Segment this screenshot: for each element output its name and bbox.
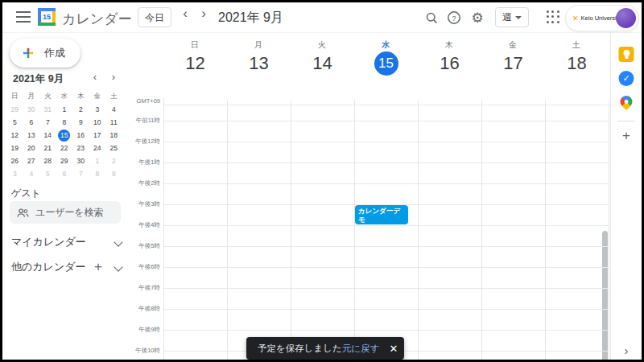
get-addons-plus-icon[interactable]: +	[622, 128, 630, 144]
mini-calendar-day[interactable]: 7	[39, 116, 56, 129]
mini-calendar-day[interactable]: 22	[56, 142, 73, 154]
google-calendar-window: 15 カレンダー 今日 ‹ › 2021年 9月 ? ⚙ 週 ✕	[2, 2, 642, 360]
vertical-scrollbar[interactable]	[602, 231, 608, 360]
hour-gridline	[163, 309, 609, 310]
close-icon[interactable]: ✕	[389, 343, 398, 355]
mini-calendar-day[interactable]: 10	[89, 116, 106, 129]
mini-calendar-day[interactable]: 7	[72, 167, 89, 180]
today-button[interactable]: 今日	[138, 7, 171, 27]
mini-calendar-day[interactable]: 9	[105, 167, 122, 180]
mini-calendar-day[interactable]: 6	[56, 167, 73, 180]
day-header[interactable]: 木16	[418, 35, 481, 78]
mini-calendar-next-icon[interactable]: ›	[107, 71, 120, 83]
mini-calendar-day[interactable]: 3	[6, 167, 23, 180]
help-icon[interactable]: ?	[446, 10, 462, 26]
mini-calendar-day[interactable]: 9	[72, 116, 89, 129]
mini-calendar-weekday: 金	[89, 90, 106, 103]
mini-calendar-day[interactable]: 26	[6, 154, 23, 167]
mini-calendar-weekday: 水	[56, 90, 73, 103]
mini-calendar-day[interactable]: 19	[6, 142, 23, 154]
day-of-week-label: 日	[163, 39, 227, 51]
mini-calendar-day[interactable]: 4	[23, 167, 40, 180]
mini-calendar-day[interactable]: 5	[39, 167, 56, 180]
avatar[interactable]	[616, 8, 636, 28]
mini-calendar-day[interactable]: 29	[6, 103, 23, 116]
google-apps-icon[interactable]	[547, 10, 559, 23]
right-side-panel: ✓ + ›	[610, 32, 642, 360]
maps-icon[interactable]	[621, 96, 633, 108]
calendar-logo-icon[interactable]: 15	[38, 8, 56, 26]
hour-gridline	[163, 288, 609, 289]
day-of-week-label: 木	[418, 39, 481, 51]
search-icon[interactable]	[423, 10, 440, 26]
my-calendars-row[interactable]: マイカレンダー	[11, 235, 122, 249]
panel-divider	[617, 121, 635, 121]
chevron-down-icon[interactable]	[114, 262, 122, 271]
mini-calendar-day[interactable]: 18	[105, 129, 122, 142]
expand-panel-chevron-icon[interactable]: ›	[625, 343, 629, 357]
day-header[interactable]: 金17	[481, 35, 545, 78]
mini-calendar-day[interactable]: 6	[23, 116, 40, 129]
mini-calendar-day[interactable]: 14	[39, 129, 56, 142]
mini-calendar-day[interactable]: 12	[6, 129, 23, 142]
day-header[interactable]: 水15	[354, 35, 418, 78]
other-calendars-row[interactable]: 他のカレンダー +	[11, 260, 122, 274]
mini-calendar-day[interactable]: 27	[23, 154, 40, 167]
mini-calendar-day[interactable]: 8	[56, 116, 73, 129]
mini-calendar-day[interactable]: 1	[56, 103, 73, 116]
tasks-icon[interactable]: ✓	[619, 71, 634, 86]
day-header[interactable]: 土18	[545, 35, 609, 78]
day-header[interactable]: 日12	[163, 35, 227, 78]
event-time: 午後3時〜4時	[358, 224, 405, 224]
mini-calendar-day[interactable]: 29	[56, 154, 73, 167]
day-header[interactable]: 火14	[291, 35, 354, 78]
day-number: 13	[227, 51, 291, 76]
settings-gear-icon[interactable]: ⚙	[469, 10, 485, 26]
calendar-event[interactable]: カレンダーデモ午後3時〜4時	[355, 205, 408, 224]
day-number: 15	[374, 51, 398, 76]
chevron-down-icon	[515, 16, 522, 19]
mini-calendar-day[interactable]: 17	[89, 129, 106, 142]
next-week-button[interactable]: ›	[196, 6, 211, 22]
view-selector-dropdown[interactable]: 週	[495, 7, 529, 27]
mini-calendar-day[interactable]: 1	[89, 154, 106, 167]
mini-calendar-day[interactable]: 13	[23, 129, 40, 142]
mini-calendar-day[interactable]: 24	[89, 142, 106, 154]
user-search-input[interactable]: ユーザーを検索	[10, 201, 121, 224]
mini-calendar-day[interactable]: 31	[39, 103, 56, 116]
mini-calendar-day[interactable]: 21	[39, 142, 56, 154]
mini-calendar-day[interactable]: 30	[23, 103, 40, 116]
main-menu-icon[interactable]	[16, 11, 31, 23]
mini-calendar-day[interactable]: 25	[105, 142, 122, 154]
add-calendar-plus-icon[interactable]: +	[94, 262, 102, 272]
mini-calendar-day[interactable]: 11	[105, 116, 122, 129]
day-column-line	[418, 101, 419, 360]
mini-calendar-prev-icon[interactable]: ‹	[89, 71, 101, 83]
mini-calendar-day[interactable]: 3	[89, 103, 106, 116]
mini-calendar-day[interactable]: 23	[72, 142, 89, 154]
prev-week-button[interactable]: ‹	[178, 6, 192, 22]
hour-gridline	[163, 246, 609, 247]
mini-calendar-day[interactable]: 2	[105, 154, 122, 167]
keep-icon[interactable]	[619, 47, 634, 62]
mini-calendar-day[interactable]: 8	[89, 167, 106, 180]
time-gutter-line	[163, 98, 164, 360]
mini-calendar-title: 2021年 9月	[13, 72, 64, 86]
undo-button[interactable]: 元に戻す	[342, 343, 380, 355]
day-number: 16	[418, 51, 481, 76]
account-pill[interactable]: ✕ Keio University	[565, 5, 639, 31]
mini-calendar-day[interactable]: 15	[56, 129, 73, 142]
svg-text:?: ?	[452, 14, 456, 23]
mini-calendar-day[interactable]: 4	[105, 103, 122, 116]
chevron-down-icon[interactable]	[114, 237, 122, 246]
day-column-line	[291, 101, 291, 360]
mini-calendar-day[interactable]: 30	[72, 154, 89, 167]
mini-calendar-day[interactable]: 20	[23, 142, 40, 154]
day-number: 12	[163, 51, 227, 76]
mini-calendar-day[interactable]: 2	[72, 103, 89, 116]
day-header[interactable]: 月13	[227, 35, 291, 78]
create-button[interactable]: 作成	[10, 39, 80, 68]
mini-calendar-day[interactable]: 5	[6, 116, 23, 129]
mini-calendar-day[interactable]: 16	[72, 129, 89, 142]
mini-calendar-day[interactable]: 28	[39, 154, 56, 167]
